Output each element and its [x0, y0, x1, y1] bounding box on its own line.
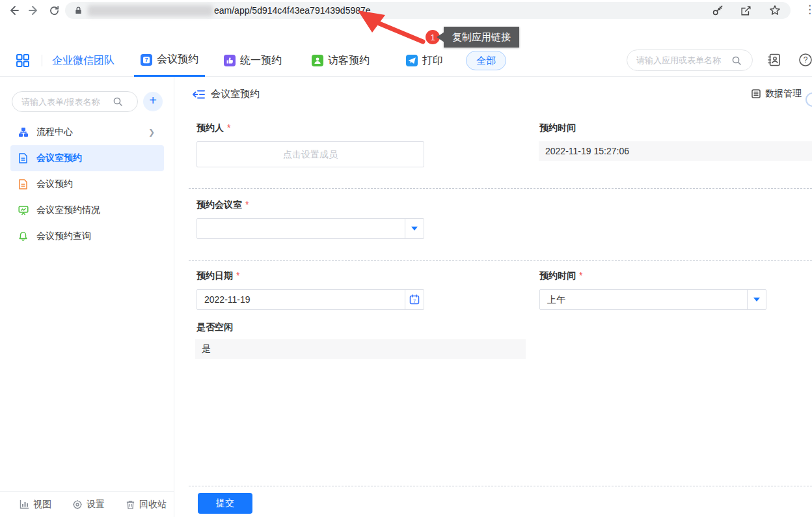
sidebar: + 流程中心 ❯ 会议室预约 会议预约 会议室预约情况: [0, 77, 174, 517]
tab-label: 会议预约: [157, 53, 198, 66]
svg-text:?: ?: [804, 55, 808, 64]
key-icon[interactable]: [711, 5, 724, 17]
browser-forward-icon[interactable]: [25, 2, 42, 19]
sidebar-item-label: 会议预约查询: [36, 231, 91, 242]
date-picker[interactable]: 7: [196, 289, 424, 310]
footer-divider: [189, 486, 812, 486]
date-picker-button[interactable]: 7: [405, 290, 424, 309]
date-input[interactable]: [197, 290, 405, 309]
period-select[interactable]: 上午: [539, 289, 766, 310]
reserve-time-label: 预约时间: [539, 122, 576, 134]
settings-label: 设置: [87, 499, 105, 510]
print-icon: [406, 55, 418, 66]
required-mark: *: [579, 270, 582, 281]
settings-button[interactable]: 设置: [72, 499, 105, 510]
svg-text:7: 7: [145, 57, 148, 63]
required-mark: *: [227, 122, 230, 133]
free-value: 是: [195, 339, 526, 359]
section-divider: [189, 188, 812, 189]
sidebar-item-meeting-reserve[interactable]: 会议预约: [10, 171, 164, 197]
chevron-down-icon: [411, 227, 418, 231]
room-select-button[interactable]: [405, 219, 424, 238]
data-manage-label: 数据管理: [765, 88, 802, 100]
unified-reserve-icon: [224, 55, 236, 66]
main-panel: 会议室预约 数据管理 预约人* 预约时间 2022-11-19 15:27:06…: [174, 77, 812, 517]
visitor-reserve-icon: [312, 55, 323, 66]
annotation-tooltip: 复制应用链接: [444, 27, 519, 48]
doc-blue-icon: [18, 153, 29, 163]
room-label: 预约会议室*: [196, 199, 249, 211]
submit-button[interactable]: 提交: [198, 493, 252, 514]
all-apps-pill[interactable]: 全部: [466, 51, 506, 70]
search-icon[interactable]: [731, 55, 742, 66]
search-icon[interactable]: [113, 96, 123, 107]
sidebar-item-label: 会议预约: [36, 178, 73, 190]
reserver-label: 预约人*: [196, 122, 230, 134]
sidebar-item-process-center[interactable]: 流程中心 ❯: [10, 119, 164, 145]
form-search-input[interactable]: [21, 97, 113, 107]
collapse-sidebar-icon[interactable]: [193, 89, 205, 100]
tab-label: 统一预约: [240, 54, 282, 68]
tab-visitor-reserve[interactable]: 访客预约: [312, 44, 370, 77]
page-title: 会议室预约: [211, 88, 260, 100]
svg-text:7: 7: [413, 298, 416, 304]
dashboard-icon: [18, 205, 29, 216]
period-select-button[interactable]: [747, 290, 766, 309]
trash-icon: [126, 499, 135, 510]
chevron-right-icon: ❯: [148, 128, 155, 137]
sidebar-item-label: 流程中心: [36, 126, 73, 138]
data-manage-button[interactable]: 数据管理: [751, 88, 802, 100]
team-name-link[interactable]: 企业微信团队: [52, 54, 115, 68]
url-redacted-blur: [88, 5, 213, 16]
meeting-reserve-icon: 7: [141, 54, 152, 66]
recycle-bin-button[interactable]: 回收站: [126, 499, 167, 510]
sidebar-item-room-reserve[interactable]: 会议室预约: [10, 145, 164, 171]
doc-orange-icon: [18, 179, 29, 189]
required-mark: *: [236, 270, 239, 281]
tab-meeting-reserve[interactable]: 7 会议预约: [134, 44, 205, 77]
bookmark-star-icon[interactable]: [768, 4, 781, 17]
room-select-value: [197, 219, 405, 238]
top-nav: 企业微信团队 7 会议预约 统一预约 访客预约 打印 全部 ?: [0, 44, 812, 77]
bell-icon: [18, 231, 29, 242]
app-grid-icon[interactable]: [16, 53, 30, 68]
sidebar-item-label: 会议室预约情况: [36, 204, 100, 216]
sidebar-item-label: 会议室预约: [36, 152, 82, 164]
gear-icon: [72, 499, 83, 510]
tab-print[interactable]: 打印: [406, 44, 443, 77]
share-icon[interactable]: [740, 5, 752, 17]
recycle-label: 回收站: [139, 499, 167, 510]
contacts-icon[interactable]: [767, 53, 781, 67]
tab-label: 打印: [422, 54, 443, 68]
url-bar[interactable]: eam/app/5d914c4f43ea791439d5987e: [65, 2, 791, 19]
browser-back-icon[interactable]: [5, 2, 22, 19]
tooltip-pointer: [437, 32, 444, 42]
sidebar-item-reserve-query[interactable]: 会议预约查询: [10, 223, 164, 249]
views-label: 视图: [33, 499, 51, 510]
period-label: 预约时间*: [539, 270, 582, 282]
views-button[interactable]: 视图: [20, 499, 51, 510]
cropped-badge: [805, 92, 812, 107]
add-form-button[interactable]: +: [143, 92, 163, 111]
reserver-input[interactable]: [196, 141, 424, 167]
tab-unified-reserve[interactable]: 统一预约: [224, 44, 282, 77]
free-label: 是否空闲: [196, 322, 233, 333]
app-search-input[interactable]: [636, 55, 731, 65]
form-search-box[interactable]: [12, 91, 138, 112]
chart-icon: [20, 499, 29, 509]
app-search-box[interactable]: [627, 49, 753, 71]
form-header: 会议室预约 数据管理: [174, 77, 812, 112]
browser-chrome: eam/app/5d914c4f43ea791439d5987e ⋮⋮: [0, 0, 812, 21]
sidebar-item-room-status[interactable]: 会议室预约情况: [10, 197, 164, 223]
lock-icon: [74, 6, 83, 15]
tooltip-text: 复制应用链接: [452, 31, 511, 42]
room-select[interactable]: [196, 218, 424, 239]
help-icon[interactable]: ?: [798, 53, 812, 67]
browser-reload-icon[interactable]: [46, 2, 62, 19]
browser-menu-icon[interactable]: ⋮⋮: [804, 3, 812, 16]
tab-label: 访客预约: [328, 54, 370, 68]
nav-divider: [42, 55, 42, 66]
reserve-time-value: 2022-11-19 15:27:06: [539, 141, 812, 161]
required-mark: *: [245, 199, 249, 210]
section-divider: [189, 260, 812, 261]
